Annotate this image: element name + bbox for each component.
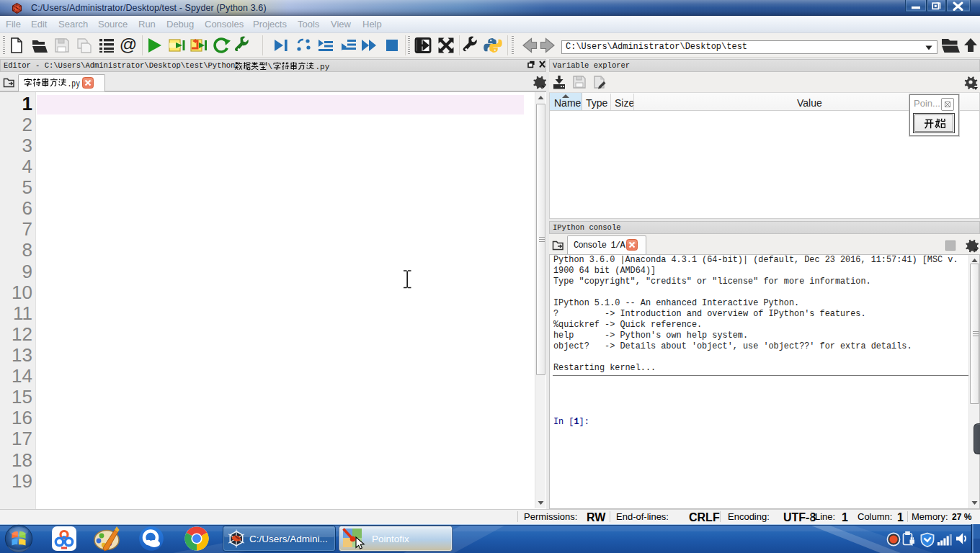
svg-text:\: \	[268, 63, 273, 71]
svg-text:.py: .py	[68, 79, 81, 89]
svg-text:@: @	[120, 35, 137, 54]
svg-text:C:/Users/Admini...: C:/Users/Admini...	[249, 534, 328, 544]
svg-text:.py: .py	[316, 63, 330, 71]
svg-text:Pointofix: Pointofix	[372, 534, 409, 544]
